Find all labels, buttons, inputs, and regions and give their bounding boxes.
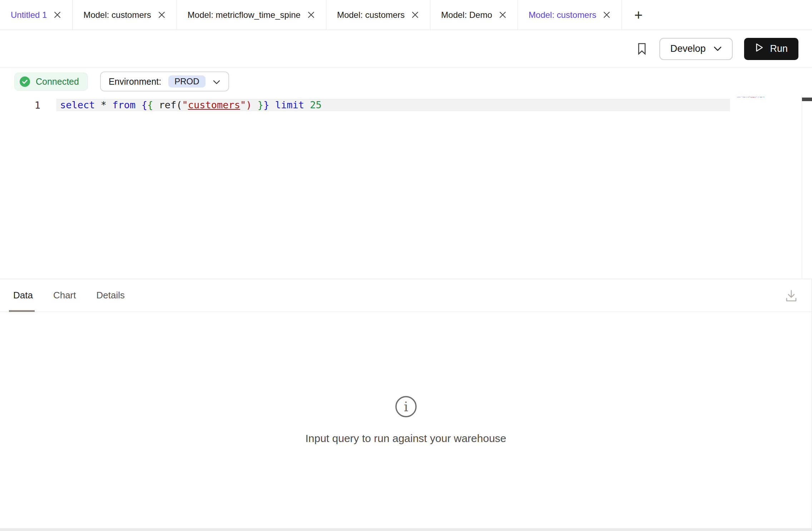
minimap: select * from {{ ref("customers") }} lim… [737,96,808,111]
check-circle-icon [19,76,30,87]
results-tab-label: Chart [53,290,76,301]
connection-status-badge: Connected [14,73,88,91]
results-panel: Data Chart Details i Input query to run … [0,279,812,528]
close-icon[interactable] [499,11,507,19]
environment-label: Environment: [109,76,161,87]
editor-tab-label: Model: metricflow_time_spine [188,10,301,20]
line-number: 1 [0,99,40,112]
results-tab[interactable]: Chart [53,279,76,312]
editor-tab-label: Model: customers [83,10,151,20]
results-body: i Input query to run against your wareho… [0,312,812,528]
close-icon[interactable] [603,11,611,19]
download-icon[interactable] [784,288,799,303]
results-tab-label: Data [13,290,33,301]
editor-tab-label: Model: Demo [441,10,492,20]
editor-tab[interactable]: Untitled 1 [0,0,73,30]
code-line[interactable]: select * from {{ ref("customers") }} lim… [60,99,322,111]
play-icon [755,43,764,55]
bookmark-icon[interactable] [636,42,648,56]
develop-button-label: Develop [670,43,705,54]
editor-tab-label: Model: customers [337,10,405,20]
empty-state-message: Input query to run against your warehous… [305,432,506,445]
develop-button[interactable]: Develop [659,38,733,60]
connection-row: Connected Environment: PROD [0,68,812,95]
dbt-ide-window: Untitled 1 Model: customers Model: metri… [0,0,812,531]
results-tab-label: Details [96,290,125,301]
editor-tab-label: Untitled 1 [11,10,47,20]
empty-state: i Input query to run against your wareho… [0,395,812,445]
environment-select[interactable]: Environment: PROD [100,71,229,91]
editor-scrollbar-thumb[interactable] [802,98,812,101]
run-button-label: Run [770,43,788,54]
results-tab[interactable]: Details [96,279,125,312]
chevron-down-icon [213,76,221,87]
svg-text:i: i [403,399,408,415]
toolbar: Develop Run [0,30,812,68]
editor-tab[interactable]: Model: customers [73,0,177,30]
editor-tab[interactable]: Model: customers [518,0,622,30]
connection-status-label: Connected [36,76,79,87]
editor-scrollbar[interactable] [802,95,812,279]
minimap-code-line: select * from {{ ref("customers") }} lim… [737,96,767,98]
editor-tab[interactable]: Model: Demo [430,0,518,30]
results-tab[interactable]: Data [13,279,33,312]
results-tab-bar: Data Chart Details [0,279,812,312]
new-tab-button[interactable]: + [622,0,655,30]
tab-bar: Untitled 1 Model: customers Model: metri… [0,0,812,30]
run-button[interactable]: Run [744,38,798,60]
sql-editor[interactable]: 1 select * from {{ ref("customers") }} l… [0,95,812,279]
editor-tab[interactable]: Model: customers [326,0,430,30]
close-icon[interactable] [411,11,419,19]
editor-tabs: Untitled 1 Model: customers Model: metri… [0,0,622,30]
close-icon[interactable] [53,11,61,19]
bottom-divider-bar [0,528,812,531]
editor-tab[interactable]: Model: metricflow_time_spine [177,0,326,30]
close-icon[interactable] [307,11,315,19]
editor-tab-label: Model: customers [529,10,596,20]
info-icon: i [395,395,417,418]
environment-value-badge: PROD [168,75,205,88]
close-icon[interactable] [158,11,166,19]
chevron-down-icon [713,43,722,54]
